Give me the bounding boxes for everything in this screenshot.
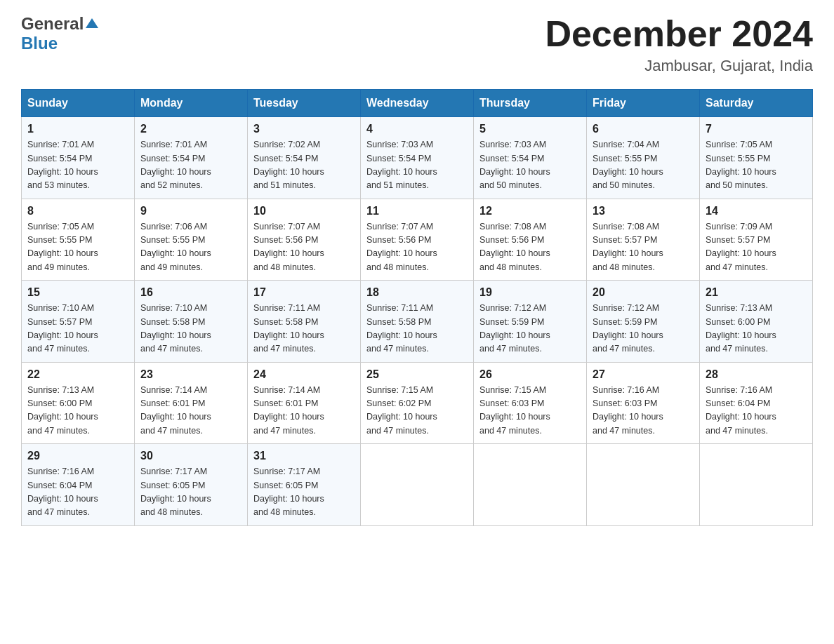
column-header-tuesday: Tuesday xyxy=(248,90,361,117)
day-number: 22 xyxy=(27,368,128,381)
day-info: Sunrise: 7:09 AM Sunset: 5:57 PM Dayligh… xyxy=(706,220,807,275)
calendar-cell: 12 Sunrise: 7:08 AM Sunset: 5:56 PM Dayl… xyxy=(474,199,587,281)
calendar-cell: 27 Sunrise: 7:16 AM Sunset: 6:03 PM Dayl… xyxy=(587,362,700,444)
calendar-cell: 19 Sunrise: 7:12 AM Sunset: 5:59 PM Dayl… xyxy=(474,281,587,363)
logo-icon xyxy=(84,15,100,31)
day-number: 30 xyxy=(140,450,241,462)
day-info: Sunrise: 7:03 AM Sunset: 5:54 PM Dayligh… xyxy=(366,138,468,193)
day-info: Sunrise: 7:03 AM Sunset: 5:54 PM Dayligh… xyxy=(479,138,581,193)
day-info: Sunrise: 7:10 AM Sunset: 5:58 PM Dayligh… xyxy=(140,302,241,356)
column-header-monday: Monday xyxy=(135,90,248,117)
calendar-cell: 10 Sunrise: 7:07 AM Sunset: 5:56 PM Dayl… xyxy=(248,199,361,281)
calendar-cell: 29 Sunrise: 7:16 AM Sunset: 6:04 PM Dayl… xyxy=(22,444,135,526)
day-info: Sunrise: 7:11 AM Sunset: 5:58 PM Dayligh… xyxy=(366,302,468,356)
day-info: Sunrise: 7:17 AM Sunset: 6:05 PM Dayligh… xyxy=(253,465,355,520)
day-info: Sunrise: 7:08 AM Sunset: 5:56 PM Dayligh… xyxy=(479,220,581,275)
calendar-header-row: SundayMondayTuesdayWednesdayThursdayFrid… xyxy=(22,90,813,117)
day-info: Sunrise: 7:13 AM Sunset: 6:00 PM Dayligh… xyxy=(706,302,807,356)
column-header-friday: Friday xyxy=(587,90,700,117)
day-number: 27 xyxy=(593,368,694,381)
day-number: 23 xyxy=(140,368,241,381)
column-header-sunday: Sunday xyxy=(22,90,135,117)
day-info: Sunrise: 7:14 AM Sunset: 6:01 PM Dayligh… xyxy=(253,384,355,438)
day-info: Sunrise: 7:13 AM Sunset: 6:00 PM Dayligh… xyxy=(27,384,128,438)
day-info: Sunrise: 7:04 AM Sunset: 5:55 PM Dayligh… xyxy=(593,138,694,193)
day-number: 20 xyxy=(593,286,694,299)
day-number: 4 xyxy=(366,123,468,135)
day-info: Sunrise: 7:16 AM Sunset: 6:04 PM Dayligh… xyxy=(27,465,128,520)
day-info: Sunrise: 7:14 AM Sunset: 6:01 PM Dayligh… xyxy=(140,384,241,438)
calendar-cell: 17 Sunrise: 7:11 AM Sunset: 5:58 PM Dayl… xyxy=(248,281,361,363)
calendar-cell: 2 Sunrise: 7:01 AM Sunset: 5:54 PM Dayli… xyxy=(135,117,248,199)
day-number: 7 xyxy=(706,123,807,135)
day-number: 12 xyxy=(479,205,581,217)
calendar-cell: 31 Sunrise: 7:17 AM Sunset: 6:05 PM Dayl… xyxy=(248,444,361,526)
day-number: 16 xyxy=(140,286,241,299)
day-info: Sunrise: 7:15 AM Sunset: 6:03 PM Dayligh… xyxy=(479,384,581,438)
calendar-cell: 5 Sunrise: 7:03 AM Sunset: 5:54 PM Dayli… xyxy=(474,117,587,199)
day-info: Sunrise: 7:15 AM Sunset: 6:02 PM Dayligh… xyxy=(366,384,468,438)
calendar-cell: 14 Sunrise: 7:09 AM Sunset: 5:57 PM Dayl… xyxy=(700,199,813,281)
title-block: December 2024 Jambusar, Gujarat, India xyxy=(545,14,813,75)
month-title: December 2024 xyxy=(545,14,813,54)
day-number: 17 xyxy=(253,286,355,299)
logo: General Blue xyxy=(21,14,100,53)
calendar-cell xyxy=(474,444,587,526)
calendar-cell: 23 Sunrise: 7:14 AM Sunset: 6:01 PM Dayl… xyxy=(135,362,248,444)
day-number: 10 xyxy=(253,205,355,217)
day-number: 21 xyxy=(706,286,807,299)
day-number: 28 xyxy=(706,368,807,381)
day-number: 31 xyxy=(253,450,355,462)
calendar-week-row: 15 Sunrise: 7:10 AM Sunset: 5:57 PM Dayl… xyxy=(22,281,813,363)
day-number: 9 xyxy=(140,205,241,217)
day-info: Sunrise: 7:05 AM Sunset: 5:55 PM Dayligh… xyxy=(27,220,128,275)
day-info: Sunrise: 7:16 AM Sunset: 6:04 PM Dayligh… xyxy=(706,384,807,438)
day-info: Sunrise: 7:17 AM Sunset: 6:05 PM Dayligh… xyxy=(140,465,241,520)
column-header-thursday: Thursday xyxy=(474,90,587,117)
day-number: 1 xyxy=(27,123,128,135)
calendar-cell: 21 Sunrise: 7:13 AM Sunset: 6:00 PM Dayl… xyxy=(700,281,813,363)
day-info: Sunrise: 7:02 AM Sunset: 5:54 PM Dayligh… xyxy=(253,138,355,193)
calendar-cell: 9 Sunrise: 7:06 AM Sunset: 5:55 PM Dayli… xyxy=(135,199,248,281)
svg-marker-0 xyxy=(86,18,98,28)
day-info: Sunrise: 7:12 AM Sunset: 5:59 PM Dayligh… xyxy=(593,302,694,356)
day-number: 24 xyxy=(253,368,355,381)
column-header-wednesday: Wednesday xyxy=(361,90,474,117)
calendar-cell xyxy=(587,444,700,526)
calendar-cell: 28 Sunrise: 7:16 AM Sunset: 6:04 PM Dayl… xyxy=(700,362,813,444)
calendar-cell: 25 Sunrise: 7:15 AM Sunset: 6:02 PM Dayl… xyxy=(361,362,474,444)
calendar-cell: 22 Sunrise: 7:13 AM Sunset: 6:00 PM Dayl… xyxy=(22,362,135,444)
day-number: 25 xyxy=(366,368,468,381)
calendar-week-row: 8 Sunrise: 7:05 AM Sunset: 5:55 PM Dayli… xyxy=(22,199,813,281)
calendar-week-row: 1 Sunrise: 7:01 AM Sunset: 5:54 PM Dayli… xyxy=(22,117,813,199)
calendar-cell: 1 Sunrise: 7:01 AM Sunset: 5:54 PM Dayli… xyxy=(22,117,135,199)
day-number: 11 xyxy=(366,205,468,217)
calendar-cell: 26 Sunrise: 7:15 AM Sunset: 6:03 PM Dayl… xyxy=(474,362,587,444)
calendar-cell: 4 Sunrise: 7:03 AM Sunset: 5:54 PM Dayli… xyxy=(361,117,474,199)
day-number: 5 xyxy=(479,123,581,135)
day-number: 29 xyxy=(27,450,128,462)
calendar-cell: 11 Sunrise: 7:07 AM Sunset: 5:56 PM Dayl… xyxy=(361,199,474,281)
calendar-cell: 6 Sunrise: 7:04 AM Sunset: 5:55 PM Dayli… xyxy=(587,117,700,199)
day-info: Sunrise: 7:07 AM Sunset: 5:56 PM Dayligh… xyxy=(366,220,468,275)
calendar-week-row: 29 Sunrise: 7:16 AM Sunset: 6:04 PM Dayl… xyxy=(22,444,813,526)
calendar-cell xyxy=(700,444,813,526)
calendar-cell xyxy=(361,444,474,526)
location-subtitle: Jambusar, Gujarat, India xyxy=(545,57,813,75)
day-number: 13 xyxy=(593,205,694,217)
day-number: 2 xyxy=(140,123,241,135)
calendar-table: SundayMondayTuesdayWednesdayThursdayFrid… xyxy=(21,89,813,526)
calendar-cell: 20 Sunrise: 7:12 AM Sunset: 5:59 PM Dayl… xyxy=(587,281,700,363)
page-header: General Blue December 2024 Jambusar, Guj… xyxy=(21,14,813,75)
logo-general-text: General xyxy=(21,14,84,34)
day-info: Sunrise: 7:08 AM Sunset: 5:57 PM Dayligh… xyxy=(593,220,694,275)
day-info: Sunrise: 7:01 AM Sunset: 5:54 PM Dayligh… xyxy=(27,138,128,193)
calendar-cell: 7 Sunrise: 7:05 AM Sunset: 5:55 PM Dayli… xyxy=(700,117,813,199)
day-number: 15 xyxy=(27,286,128,299)
day-number: 19 xyxy=(479,286,581,299)
calendar-cell: 13 Sunrise: 7:08 AM Sunset: 5:57 PM Dayl… xyxy=(587,199,700,281)
day-number: 8 xyxy=(27,205,128,217)
calendar-cell: 8 Sunrise: 7:05 AM Sunset: 5:55 PM Dayli… xyxy=(22,199,135,281)
day-info: Sunrise: 7:05 AM Sunset: 5:55 PM Dayligh… xyxy=(706,138,807,193)
day-number: 3 xyxy=(253,123,355,135)
